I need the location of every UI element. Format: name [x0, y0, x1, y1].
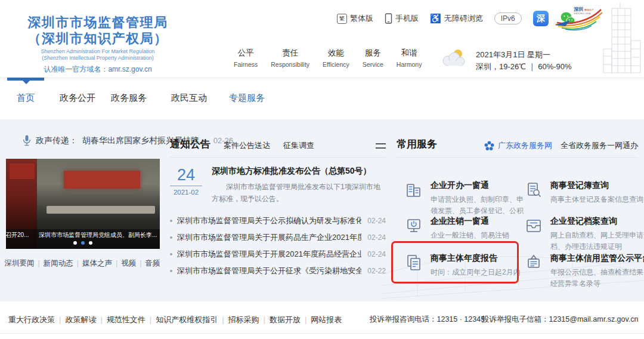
- province-onestop-link[interactable]: 全省政务服务一网通办: [561, 140, 638, 151]
- nav-item-interaction[interactable]: 政民互动: [171, 93, 207, 104]
- accessibility-link[interactable]: ♿ 无障碍浏览: [430, 13, 483, 24]
- bullet-icon: [170, 253, 172, 255]
- traditional-icon: 繁: [337, 14, 347, 24]
- nav-item-special[interactable]: 专题服务: [229, 93, 265, 104]
- footer-link-ip-guide[interactable]: 知识产权维权指引: [156, 315, 218, 324]
- featured-day: 24: [170, 166, 202, 186]
- notice-item[interactable]: 深圳市市场监督管理局关于开展2021年度药品经营企业自查与报... 02-24: [170, 246, 386, 263]
- carousel-dots: [6, 241, 160, 245]
- ticker-label: 政声传递：: [36, 135, 78, 146]
- service-annual-report[interactable]: 商事主体年度报告 时间：成立周年之日起2月内: [405, 253, 523, 278]
- archive-tray-icon: [525, 217, 543, 235]
- news-carousel[interactable]: 召开20... 深圳市市场监督管理局党组成员、副局长李...: [6, 159, 160, 249]
- i-shenzhen-app-icon[interactable]: 深: [533, 11, 549, 26]
- mobile-icon: [385, 13, 392, 24]
- value-item: 和谐Harmony: [397, 48, 422, 68]
- value-item: 服务Service: [363, 48, 383, 68]
- notice-list: 深圳市市场监督管理局关于公示拟确认为研发与标准化同步示范企... 02-24 深…: [170, 212, 386, 279]
- nav-item-home[interactable]: 首页: [17, 93, 35, 104]
- org-name-cn: 深圳市市场监督管理局: [8, 14, 187, 30]
- footer-link-decisions[interactable]: 重大行政决策: [8, 315, 55, 324]
- notice-item[interactable]: 深圳市市场监督管理局关于公示拟确认为研发与标准化同步示范企... 02-24: [170, 212, 386, 229]
- service-credit-platform[interactable]: 商事主体信用监管公示平台 年报公示信息、抽查检查结果、经营异常名录等: [525, 253, 639, 289]
- org-name-en-2: (Shenzhen Intellectual Property Administ…: [8, 55, 187, 61]
- carousel-caption-band: 召开20... 深圳市市场监督管理局党组成员、副局长李...: [6, 229, 160, 249]
- notices-title: 通知公告: [170, 137, 210, 151]
- carousel-dot-2[interactable]: [81, 241, 85, 245]
- notices-panel: 通知公告 案件公告送达 征集调查 24 2021-02 深圳市地方标准批准发布公…: [170, 137, 386, 279]
- svg-text:SHENZHEN CHINA: SHENZHEN CHINA: [574, 13, 591, 15]
- bullet-icon: [170, 270, 172, 272]
- header-utilities: 繁 繁体版 手机版 ♿ 无障碍浏览 IPv6 深: [337, 11, 575, 26]
- carousel-prev-caption: 召开20...: [6, 230, 34, 239]
- svg-text:深圳: 深圳: [574, 7, 583, 12]
- official-domain-note: 认准唯一官方域名：amr.sz.gov.cn: [8, 64, 187, 75]
- active-tab-indicator: [7, 78, 44, 81]
- service-registry-search[interactable]: 商事登记簿查询 商事主体登记及备案信息查询: [525, 180, 639, 205]
- nav-item-services[interactable]: 政务服务: [111, 93, 147, 104]
- bullet-icon: [170, 220, 172, 222]
- notice-item[interactable]: 深圳市市场监督管理局关于公开征求《受污染耕地安全利用评价规... 02-22: [170, 263, 386, 279]
- complaint-email: 投诉举报电子信箱：12315@mail.amr.sz.gov.cn: [482, 315, 639, 325]
- service-archive-search[interactable]: 企业登记档案查询 网上自助查档、网上受理申请查档、办理违法违规证明: [525, 216, 639, 252]
- featured-month: 2021-02: [170, 189, 202, 196]
- weather-date: 2021年3月1日 星期一: [476, 49, 572, 61]
- tab-video[interactable]: 视频: [121, 259, 136, 267]
- complaint-phone: 投诉举报咨询电话：12315 · 12345: [370, 315, 485, 325]
- footer-link-policy[interactable]: 政策解读: [65, 315, 96, 324]
- mobile-version-link[interactable]: 手机版: [385, 13, 419, 24]
- featured-date: 24 2021-02: [170, 166, 202, 205]
- gd-gov-portal-link[interactable]: 广东政务服务网: [484, 140, 552, 151]
- news-category-tabs: 深圳要闻|新闻动态|媒体之声|视频|音频: [4, 255, 161, 271]
- content-area: 政声传递： 胡春华出席国家乡村振兴局挂牌... 02-26 召开20... 深圳…: [0, 119, 644, 301]
- featured-title[interactable]: 深圳市地方标准批准发布公告（总第50号）: [212, 166, 386, 177]
- weather-info: 2021年3月1日 星期一 深圳，19-26℃ ｜ 60%-90%: [476, 49, 572, 73]
- org-name-en: Shenzhen Administration For Market Regul…: [8, 48, 187, 55]
- accessibility-icon: ♿: [430, 13, 441, 24]
- service-business-cancellation[interactable]: 企业注销一窗通 企业一般注销、简易注销: [405, 216, 523, 241]
- tab-audio[interactable]: 音频: [145, 259, 160, 267]
- site-header: 深圳市市场监督管理局 （深圳市知识产权局） Shenzhen Administr…: [0, 0, 644, 78]
- slide-table-graphic: [47, 206, 154, 214]
- footer-link-tenders[interactable]: 招标采购: [228, 315, 259, 324]
- core-values: 公平Fairness 责任Responsibility 效能Efficiency…: [234, 48, 422, 68]
- carousel-dot-3[interactable]: [89, 241, 92, 245]
- footer-link-open-data[interactable]: 数据开放: [270, 315, 301, 324]
- credit-board-icon: [525, 254, 543, 272]
- value-item: 公平Fairness: [234, 48, 258, 68]
- carousel-dot-1[interactable]: [73, 241, 77, 245]
- tab-media-voice[interactable]: 媒体之声: [82, 259, 112, 267]
- building-sketch: [592, 2, 644, 76]
- building-icon: [405, 181, 423, 199]
- ipv6-badge[interactable]: IPv6: [494, 13, 522, 24]
- services-title: 常用服务: [397, 137, 437, 151]
- slide-banner-graphic: [64, 171, 140, 189]
- footer-link-site-report[interactable]: 网站报表: [311, 315, 342, 324]
- microphone-icon: [23, 135, 31, 146]
- footer-links: 重大行政决策|政策解读|规范性文件|知识产权维权指引|招标采购|数据开放|网站报…: [8, 315, 342, 325]
- tab-news-updates[interactable]: 新闻动态: [44, 259, 73, 267]
- carousel-caption: 深圳市市场监督管理局党组成员、副局长李...: [34, 230, 160, 239]
- divider: [0, 333, 644, 334]
- bullet-icon: [170, 236, 172, 239]
- gd-portal-flower-icon: [484, 141, 494, 151]
- monitor-power-icon: [405, 217, 423, 235]
- notice-item[interactable]: 深圳市市场监督管理局关于开展药品生产企业2021年度自查和202... 02-2…: [170, 229, 386, 246]
- site-footer: 重大行政决策|政策解读|规范性文件|知识产权维权指引|招标采购|数据开放|网站报…: [0, 301, 644, 339]
- value-item: 责任Responsibility: [271, 48, 309, 68]
- footer-link-normative[interactable]: 规范性文件: [107, 315, 145, 324]
- document-search-icon: [525, 181, 543, 199]
- featured-notice[interactable]: 24 2021-02 深圳市地方标准批准发布公告（总第50号） 深圳市市场监督管…: [170, 166, 386, 205]
- services-panel: 常用服务 广东政务服务网 全省政务服务一网通办: [397, 137, 638, 292]
- site-logo[interactable]: 深圳市市场监督管理局 （深圳市知识产权局） Shenzhen Administr…: [8, 14, 187, 75]
- traditional-version-link[interactable]: 繁 繁体版: [337, 13, 373, 24]
- weather-cloudy-icon: [440, 48, 467, 68]
- tab-case-announcements[interactable]: 案件公告送达: [224, 140, 270, 151]
- org-name-cn-2: （深圳市知识产权局）: [8, 30, 187, 47]
- tab-surveys[interactable]: 征集调查: [283, 140, 314, 151]
- nav-item-disclosure[interactable]: 政务公开: [60, 93, 95, 104]
- weather-detail: 深圳，19-26℃ ｜ 60%-90%: [476, 61, 572, 73]
- more-menu-icon[interactable]: [376, 143, 386, 149]
- tab-shenzhen-news[interactable]: 深圳要闻: [5, 259, 35, 267]
- main-navbar: 首页 政务公开 政务服务 政民互动 专题服务 政务机器人: [0, 78, 644, 119]
